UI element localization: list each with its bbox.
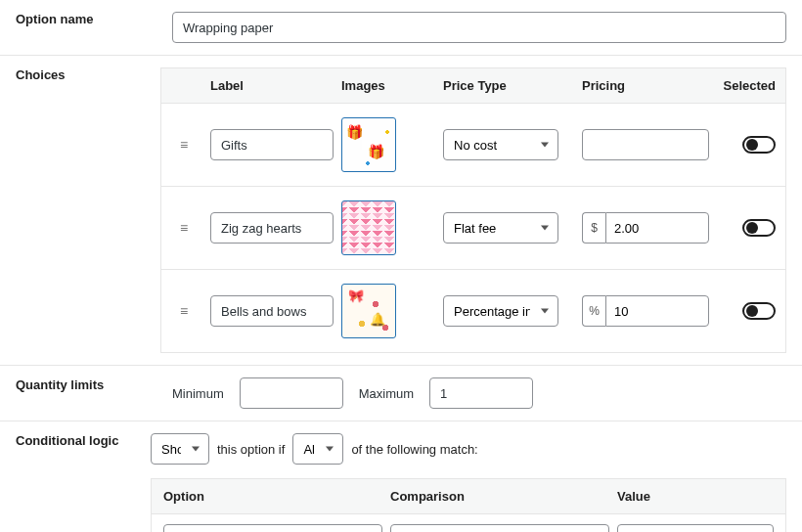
conditional-col-comparison: Comparison — [390, 489, 609, 504]
choices-col-pricing: Pricing — [578, 78, 713, 93]
conditional-match-select[interactable]: AllAny — [292, 433, 343, 465]
choice-image-thumbnail[interactable] — [341, 117, 396, 172]
choice-price-type-select[interactable]: No costFlat feePercentage increase — [443, 129, 558, 160]
option-name-input[interactable] — [172, 12, 786, 43]
quantity-min-label: Minimum — [172, 386, 224, 401]
choice-selected-toggle[interactable] — [742, 136, 776, 154]
conditional-rule-option-select[interactable]: Gift wrap? — [163, 524, 382, 532]
drag-handle-icon[interactable]: ≡ — [161, 220, 206, 236]
quantity-min-input[interactable] — [240, 377, 343, 409]
quantity-max-input[interactable] — [429, 377, 533, 409]
section-label-conditional: Conditional logic — [0, 421, 135, 532]
choice-image-thumbnail[interactable] — [341, 200, 396, 255]
choice-pricing-input[interactable] — [605, 295, 709, 327]
choice-label-input[interactable] — [210, 129, 334, 160]
choice-row: ≡No costFlat feePercentage increase% — [161, 269, 785, 352]
choice-pricing-input[interactable] — [605, 212, 709, 244]
pricing-prefix: $ — [582, 212, 605, 244]
drag-handle-icon[interactable]: ≡ — [161, 303, 206, 319]
conditional-rule-comparison-select[interactable]: Contains — [390, 524, 609, 532]
choice-label-input[interactable] — [210, 295, 334, 327]
conditional-col-option: Option — [163, 489, 382, 504]
choices-table: Label Images Price Type Pricing Selected… — [160, 67, 786, 353]
section-label-quantity: Quantity limits — [0, 366, 156, 421]
choices-col-price-type: Price Type — [439, 78, 578, 93]
choice-row: ≡No costFlat feePercentage increase$ — [161, 186, 785, 269]
choice-selected-toggle[interactable] — [742, 302, 776, 320]
conditional-rule-value-select[interactable]: Yes please — [617, 524, 774, 532]
choices-col-selected: Selected — [713, 78, 785, 93]
choice-label-input[interactable] — [210, 212, 334, 244]
conditional-action-select[interactable]: ShowHide — [151, 433, 209, 465]
choice-image-thumbnail[interactable] — [341, 284, 396, 338]
drag-handle-icon[interactable]: ≡ — [161, 137, 206, 153]
choice-selected-toggle[interactable] — [742, 219, 776, 237]
choice-pricing-input[interactable] — [582, 129, 709, 160]
section-label-option-name: Option name — [0, 0, 156, 55]
choices-col-label: Label — [206, 78, 337, 93]
conditional-text-2: of the following match: — [351, 442, 477, 457]
quantity-max-label: Maximum — [359, 386, 414, 401]
conditional-text-1: this option if — [217, 442, 285, 457]
choices-col-images: Images — [337, 78, 439, 93]
choice-row: ≡No costFlat feePercentage increase — [161, 103, 785, 186]
section-label-choices: Choices — [0, 56, 145, 365]
pricing-prefix: % — [582, 295, 605, 327]
choice-price-type-select[interactable]: No costFlat feePercentage increase — [443, 295, 558, 327]
conditional-rules-table: Option Comparison Value Gift wrap? Conta… — [151, 478, 786, 532]
choice-price-type-select[interactable]: No costFlat feePercentage increase — [443, 212, 558, 244]
conditional-col-value: Value — [617, 489, 774, 504]
